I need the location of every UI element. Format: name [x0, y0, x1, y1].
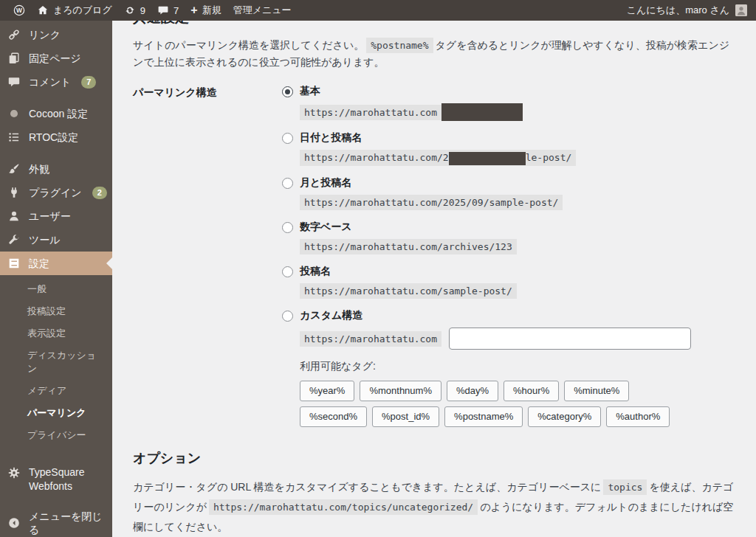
tag-day-button[interactable]: %day%	[447, 381, 498, 401]
tag-author-button[interactable]: %author%	[606, 406, 670, 427]
updates-link[interactable]: 9	[118, 0, 151, 21]
options-p1: カテゴリー・タグの URL 構造をカスタマイズすることもできます。たとえば、カテ…	[133, 481, 601, 493]
sidebar-item-settings[interactable]: 設定	[0, 252, 112, 275]
radio-plain[interactable]	[282, 86, 293, 97]
option-post-name-row[interactable]: 投稿名	[282, 265, 740, 278]
option-custom-label: カスタム構造	[300, 309, 362, 322]
sidebar-item-links[interactable]: リンク	[0, 23, 112, 46]
option-numeric-url-code: https://marohattatu.com/archives/123	[300, 239, 517, 254]
submenu-privacy[interactable]: プライバシー	[0, 424, 112, 446]
option-plain: 基本 https://marohattatu.com	[282, 85, 740, 121]
sidebar-item-users[interactable]: ユーザー	[0, 204, 112, 228]
site-name-link[interactable]: まろのブログ	[31, 0, 118, 21]
option-day-name: 日付と投稿名 https://marohattatu.com/2le-post/	[282, 131, 740, 166]
permalink-options: 基本 https://marohattatu.com 日付と投稿名 https:…	[282, 85, 740, 427]
submenu-discussion[interactable]: ディスカッション	[0, 344, 112, 380]
option-custom-url: https://marohattatu.com	[300, 328, 740, 350]
radio-post-name[interactable]	[282, 266, 293, 277]
plus-icon: +	[190, 4, 197, 16]
redaction-block	[441, 103, 523, 121]
menu-separator	[0, 452, 112, 460]
submenu-permalinks[interactable]: パーマリンク	[0, 402, 112, 424]
custom-structure-input[interactable]	[449, 328, 691, 350]
option-custom-row[interactable]: カスタム構造	[282, 309, 740, 322]
radio-month-name[interactable]	[282, 178, 293, 189]
admin-sidebar: リンク 固定ページ コメント 7 Cocoon 設定 RTOC設定 外観 プ	[0, 21, 112, 537]
option-month-name-url: https://marohattatu.com/2025/09/sample-p…	[300, 195, 740, 210]
sidebar-item-appearance[interactable]: 外観	[0, 157, 112, 181]
my-account-menu[interactable]: こんにちは、maro さん	[627, 4, 749, 17]
permalink-structure-form: パーマリンク構造 基本 https://marohattatu.com	[133, 85, 740, 427]
option-month-name-label: 月と投稿名	[300, 176, 351, 190]
update-icon	[124, 4, 136, 16]
sidebar-item-label: TypeSquare Webfonts	[29, 465, 100, 493]
option-month-name-row[interactable]: 月と投稿名	[282, 176, 740, 190]
option-plain-row[interactable]: 基本	[282, 85, 740, 98]
option-post-name-label: 投稿名	[300, 265, 331, 278]
tag-minute-button[interactable]: %minute%	[564, 381, 629, 401]
option-plain-url-code: https://marohattatu.com	[300, 105, 441, 120]
option-day-name-row[interactable]: 日付と投稿名	[282, 131, 740, 145]
sidebar-item-label: ユーザー	[29, 209, 71, 223]
admin-menu-item[interactable]: 管理メニュー	[227, 0, 298, 21]
radio-day-name[interactable]	[282, 133, 293, 144]
wordpress-logo-icon: W	[13, 4, 25, 16]
circle-icon	[7, 107, 21, 120]
tag-category-button[interactable]: %category%	[528, 406, 601, 427]
options-description: カテゴリー・タグの URL 構造をカスタマイズすることもできます。たとえば、カテ…	[133, 477, 740, 536]
sidebar-item-label: ツール	[29, 233, 61, 246]
comment-count-badge: 7	[81, 76, 96, 89]
wordpress-admin-page: 共通設定 サイトのパーマリンク構造を選択してください。%postname%タグを…	[0, 0, 756, 537]
tag-year-button[interactable]: %year%	[300, 381, 354, 401]
submenu-media[interactable]: メディア	[0, 380, 112, 402]
submenu-writing[interactable]: 投稿設定	[0, 300, 112, 322]
option-day-name-url: https://marohattatu.com/2le-post/	[300, 150, 740, 166]
sidebar-item-label: コメント	[29, 75, 71, 89]
admin-bar: W まろのブログ 9 7 + 新規 管理メニュー こんにちは、maro さん	[0, 0, 756, 21]
tag-hour-button[interactable]: %hour%	[504, 381, 559, 401]
option-plain-label: 基本	[300, 85, 320, 98]
greeting-label: こんにちは、maro さん	[627, 4, 729, 17]
tag-second-button[interactable]: %second%	[300, 406, 367, 427]
option-numeric-row[interactable]: 数字ベース	[282, 221, 740, 234]
tag-postname-button[interactable]: %postname%	[444, 406, 523, 427]
new-content-menu[interactable]: + 新規	[185, 0, 227, 21]
submenu-general[interactable]: 一般	[0, 278, 112, 300]
sidebar-item-rtoc-settings[interactable]: RTOC設定	[0, 125, 112, 149]
paintbrush-icon	[7, 162, 21, 176]
wrench-icon	[7, 233, 21, 246]
menu-separator	[0, 94, 112, 102]
sidebar-item-pages[interactable]: 固定ページ	[0, 46, 112, 70]
comments-link[interactable]: 7	[151, 0, 185, 21]
radio-custom[interactable]	[282, 311, 293, 322]
admin-menu-label: 管理メニュー	[233, 4, 292, 17]
pages-icon	[7, 52, 21, 65]
submenu-reading[interactable]: 表示設定	[0, 322, 112, 344]
sidebar-item-label: 設定	[29, 257, 49, 270]
tag-post-id-button[interactable]: %post_id%	[372, 406, 439, 427]
option-plain-url: https://marohattatu.com	[300, 103, 740, 121]
avatar	[735, 4, 747, 16]
option-custom: カスタム構造 https://marohattatu.com	[282, 309, 740, 350]
sidebar-item-typesquare[interactable]: TypeSquare Webfonts	[0, 460, 112, 499]
radio-numeric[interactable]	[282, 222, 293, 233]
gear-icon	[7, 466, 21, 479]
comment-count: 7	[173, 5, 179, 16]
wordpress-logo-menu[interactable]: W	[7, 0, 31, 21]
settings-sliders-icon	[7, 257, 21, 270]
collapse-menu-button[interactable]: メニューを閉じる	[0, 505, 112, 537]
option-day-name-label: 日付と投稿名	[300, 131, 362, 145]
available-tags: %year% %monthnum% %day% %hour% %minute% …	[300, 381, 695, 427]
link-icon	[7, 28, 21, 41]
option-post-name-url: https://marohattatu.com/sample-post/	[300, 283, 740, 299]
sidebar-item-comments[interactable]: コメント 7	[0, 70, 112, 94]
sidebar-item-tools[interactable]: ツール	[0, 228, 112, 252]
option-month-name-url-code: https://marohattatu.com/2025/09/sample-p…	[300, 195, 563, 210]
comment-bubble-icon	[157, 4, 169, 16]
sidebar-item-cocoon-settings[interactable]: Cocoon 設定	[0, 102, 112, 125]
home-icon	[37, 4, 49, 16]
new-label: 新規	[202, 4, 221, 17]
redaction-block	[449, 152, 526, 165]
sidebar-item-plugins[interactable]: プラグイン 2	[0, 181, 112, 204]
tag-monthnum-button[interactable]: %monthnum%	[360, 381, 441, 401]
